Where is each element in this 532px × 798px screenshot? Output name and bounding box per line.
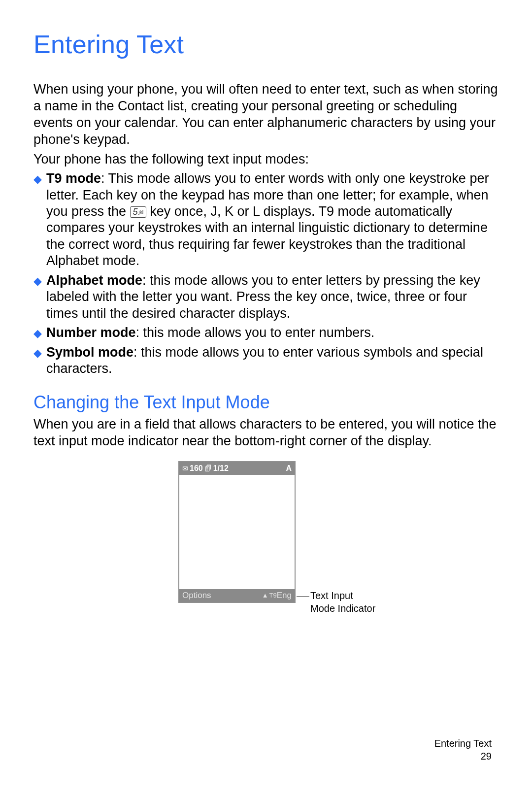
status-mode-letter: A [286, 464, 292, 473]
footer-page-number: 29 [434, 750, 492, 763]
callout-label: Text Input Mode Indicator [310, 589, 375, 615]
number-text: : this mode allows you to enter numbers. [136, 325, 375, 340]
diamond-icon: ◆ [33, 274, 42, 288]
intro-paragraph-1: When using your phone, you will often ne… [33, 81, 499, 148]
number-label: Number mode [46, 325, 136, 340]
phone-status-bar: ✉ 160 🗐 1/12 A [179, 462, 295, 475]
footer-section: Entering Text [434, 737, 492, 750]
intro-paragraph-2: Your phone has the following text input … [33, 151, 499, 167]
bullet-symbol: ◆ Symbol mode: this mode allows you to e… [33, 344, 499, 377]
up-arrow-icon: ▲ [262, 592, 268, 599]
status-page: 1/12 [213, 464, 229, 473]
lang-indicator: Eng [277, 591, 292, 600]
phone-illustration: ✉ 160 🗐 1/12 A Options ▲ T9Eng Text Inpu… [33, 461, 499, 624]
page-title: Entering Text [33, 30, 499, 59]
t9-label: T9 mode [46, 171, 101, 186]
key-5-icon: 5jkl [130, 206, 146, 218]
phone-text-area [179, 475, 295, 589]
bullet-alphabet: ◆ Alphabet mode: this mode allows you to… [33, 272, 499, 322]
diamond-icon: ◆ [33, 346, 42, 360]
page-icon: 🗐 [205, 465, 212, 472]
subheading: Changing the Text Input Mode [33, 392, 499, 413]
diamond-icon: ◆ [33, 172, 42, 186]
softkey-options: Options [182, 591, 211, 600]
symbol-label: Symbol mode [46, 345, 133, 360]
phone-frame: ✉ 160 🗐 1/12 A Options ▲ T9Eng [178, 461, 296, 603]
callout-line [297, 597, 309, 597]
diamond-icon: ◆ [33, 327, 42, 340]
bullet-t9: ◆ T9 mode: This mode allows you to enter… [33, 170, 499, 269]
page-footer: Entering Text 29 [434, 737, 492, 763]
status-count: 160 [190, 464, 203, 473]
alphabet-label: Alphabet mode [46, 273, 142, 288]
bullet-number: ◆ Number mode: this mode allows you to e… [33, 325, 499, 341]
sms-icon: ✉ [182, 465, 188, 472]
sub-paragraph: When you are in a field that allows char… [33, 416, 499, 449]
t9-badge: T9 [269, 592, 277, 599]
phone-softkey-bar: Options ▲ T9Eng [179, 589, 295, 602]
